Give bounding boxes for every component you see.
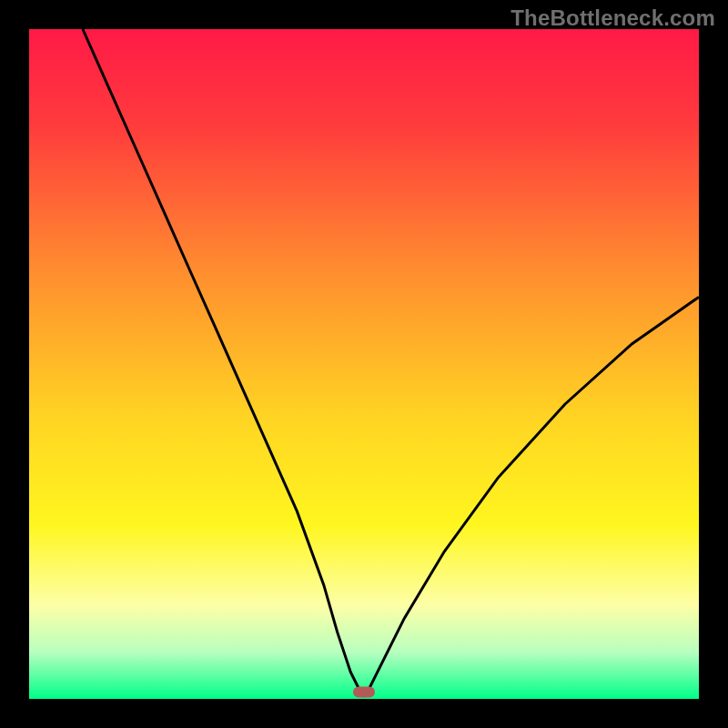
chart-plot — [29, 29, 699, 699]
gradient-background — [29, 29, 699, 699]
chart-frame: TheBottleneck.com — [0, 0, 728, 728]
optimum-marker — [353, 687, 375, 698]
chart-svg — [29, 29, 699, 699]
watermark-text: TheBottleneck.com — [511, 5, 715, 31]
